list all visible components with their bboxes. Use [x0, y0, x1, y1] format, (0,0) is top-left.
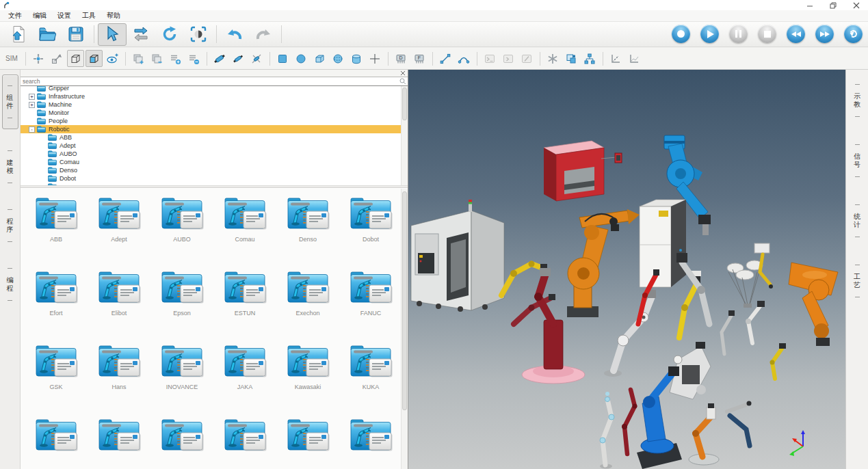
tree-item[interactable]: ABB	[21, 133, 401, 142]
tree-item[interactable]: People	[21, 117, 401, 125]
layer-add-icon[interactable]	[167, 50, 184, 67]
library-folder[interactable]: Denso	[276, 191, 339, 265]
tree-expander-icon[interactable]	[40, 151, 46, 157]
right-panel-tab[interactable]: 信号	[854, 139, 861, 182]
restore-button[interactable]	[821, 0, 845, 10]
probe-detach-icon[interactable]	[248, 50, 265, 67]
library-folder[interactable]: Exechon	[276, 265, 339, 339]
rewind-button[interactable]	[787, 25, 805, 43]
encoder-d-icon[interactable]: D	[393, 50, 410, 67]
tree-expander-icon[interactable]: +	[29, 102, 35, 108]
library-folder[interactable]: ABB	[25, 191, 88, 265]
copy-add-icon[interactable]	[130, 50, 147, 67]
console-edit-icon[interactable]	[518, 50, 536, 67]
tree-item[interactable]: Adept	[21, 142, 401, 150]
chart-axes-2-icon[interactable]	[626, 50, 643, 67]
hierarchy-tree-icon[interactable]	[581, 50, 599, 67]
layer-remove-icon[interactable]	[185, 50, 202, 67]
jog-tool-icon[interactable]	[30, 50, 47, 67]
tree-item[interactable]: + Infrastructure	[21, 92, 401, 100]
tree-item[interactable]: - Robotic	[21, 125, 401, 133]
tree-expander-icon[interactable]	[40, 184, 46, 187]
left-panel-tab[interactable]: 程序	[6, 204, 14, 247]
library-folder[interactable]	[213, 413, 276, 469]
redo-button[interactable]	[249, 23, 278, 46]
library-folder[interactable]: KUKA	[339, 339, 402, 413]
tree-item[interactable]: AUBO	[21, 150, 401, 158]
tree-expander-icon[interactable]	[40, 168, 46, 174]
tree-scrollbar[interactable]	[401, 86, 408, 185]
tree-expander-icon[interactable]	[29, 110, 35, 116]
tree-expander-icon[interactable]: +	[29, 94, 35, 100]
tree-item[interactable]: Comau	[21, 158, 401, 166]
minimize-button[interactable]	[798, 0, 821, 10]
record-button[interactable]	[672, 25, 690, 43]
library-folder[interactable]: JAKA	[213, 339, 276, 413]
library-folder[interactable]: Epson	[150, 265, 213, 339]
pause-button[interactable]	[729, 25, 748, 43]
library-folder[interactable]: FANUC	[339, 265, 402, 339]
wireframe-view-icon[interactable]	[67, 50, 84, 67]
library-folder[interactable]: Comau	[213, 191, 276, 265]
tree-expander-icon[interactable]: -	[29, 126, 35, 133]
shaded-view-icon[interactable]	[86, 50, 103, 67]
menu-item[interactable]: 帮助	[101, 10, 126, 22]
save-file-button[interactable]	[62, 23, 90, 46]
fast-forward-button[interactable]	[815, 25, 834, 43]
stop-button[interactable]	[758, 25, 776, 43]
right-panel-tab[interactable]: 示教	[854, 79, 861, 122]
reset-button[interactable]	[844, 25, 863, 43]
open-file-button[interactable]	[33, 23, 62, 46]
tree-expander-icon[interactable]	[40, 159, 46, 165]
undo-button[interactable]	[220, 23, 249, 46]
tree-item[interactable]: Gripper	[21, 86, 401, 92]
select-tool-button[interactable]	[98, 23, 127, 46]
panel-splitter[interactable]	[21, 186, 408, 188]
create-box-icon[interactable]	[311, 50, 328, 67]
search-input[interactable]	[21, 78, 398, 85]
library-folder[interactable]	[339, 413, 402, 469]
create-cylinder-icon[interactable]	[348, 50, 365, 67]
tree-expander-icon[interactable]	[40, 143, 46, 149]
copy-remove-icon[interactable]	[148, 50, 166, 67]
play-button[interactable]	[700, 25, 719, 43]
translate-tool-button[interactable]	[127, 23, 155, 46]
chart-axes-1-icon[interactable]	[607, 50, 624, 67]
create-sphere-icon[interactable]	[330, 50, 347, 67]
close-button[interactable]	[845, 0, 868, 10]
left-panel-tab[interactable]: 建模	[6, 146, 14, 188]
library-folder[interactable]: INOVANCE	[150, 339, 213, 413]
tree-item[interactable]: Denso	[21, 166, 401, 174]
3d-viewport[interactable]	[408, 70, 845, 469]
close-panel-icon[interactable]	[399, 70, 406, 77]
menu-item[interactable]: 文件	[3, 10, 27, 22]
library-folder[interactable]: Kawasaki	[276, 339, 339, 413]
visibility-eye-icon[interactable]	[104, 50, 121, 67]
library-folder[interactable]: AUBO	[150, 191, 213, 265]
tree-expander-icon[interactable]	[40, 176, 46, 182]
tree-expander-icon[interactable]	[29, 118, 35, 124]
scale-tool-icon[interactable]	[49, 50, 66, 67]
library-folder[interactable]	[88, 413, 150, 469]
create-circle-icon[interactable]	[293, 50, 310, 67]
focus-view-button[interactable]	[184, 23, 213, 46]
library-folder[interactable]: Efort	[25, 265, 88, 339]
library-folder[interactable]: GSK	[25, 339, 88, 413]
library-folder[interactable]: Adept	[88, 191, 150, 265]
library-folder[interactable]: Elibot	[88, 265, 150, 339]
draw-line-icon[interactable]	[437, 50, 454, 67]
rotate-tool-button[interactable]	[155, 23, 184, 46]
search-icon[interactable]	[398, 78, 408, 85]
left-panel-tab[interactable]: 编程	[6, 263, 14, 306]
create-rectangle-icon[interactable]	[274, 50, 291, 67]
left-panel-tab[interactable]: 组件	[2, 75, 18, 129]
tree-expander-icon[interactable]	[40, 135, 46, 141]
library-folder[interactable]: Dobot	[339, 191, 402, 265]
tree-item[interactable]: Dobot	[21, 174, 401, 183]
new-file-button[interactable]	[4, 23, 33, 46]
tree-item[interactable]: + Machine	[21, 100, 401, 109]
library-folder[interactable]	[276, 413, 339, 469]
menu-item[interactable]: 工具	[77, 10, 101, 22]
snowflake-icon[interactable]	[544, 50, 562, 67]
right-panel-tab[interactable]: 统计	[854, 200, 861, 242]
